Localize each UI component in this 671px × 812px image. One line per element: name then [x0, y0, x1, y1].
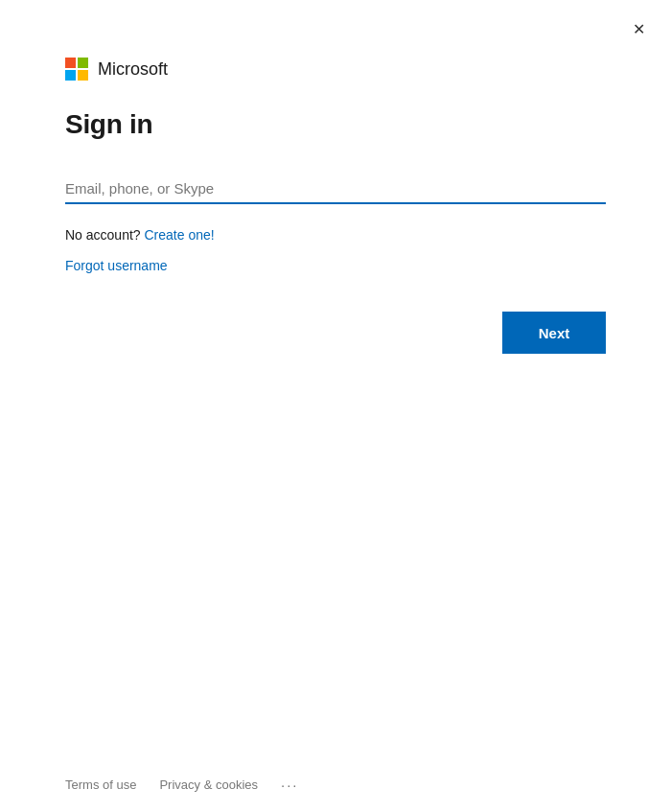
logo-red-sq	[65, 58, 76, 68]
next-button[interactable]: Next	[502, 312, 606, 354]
terms-link[interactable]: Terms of use	[65, 777, 136, 792]
brand-name: Microsoft	[98, 59, 168, 80]
privacy-link[interactable]: Privacy & cookies	[159, 777, 258, 792]
logo-green-sq	[78, 58, 88, 68]
microsoft-logo	[65, 58, 88, 81]
logo-area: Microsoft	[65, 58, 606, 81]
signin-dialog: ✕ Microsoft Sign in No account? Create o…	[0, 0, 671, 812]
create-account-link[interactable]: Create one!	[145, 227, 215, 243]
more-options-button[interactable]: ···	[281, 777, 299, 793]
no-account-label: No account?	[65, 227, 141, 243]
footer: Terms of use Privacy & cookies ···	[0, 757, 671, 812]
no-account-text: No account? Create one!	[65, 227, 606, 243]
logo-yellow-sq	[78, 70, 88, 81]
close-icon: ✕	[633, 20, 645, 38]
actions-area: Next	[65, 312, 606, 354]
email-input[interactable]	[65, 174, 606, 204]
email-input-group	[65, 174, 606, 204]
forgot-username-link[interactable]: Forgot username	[65, 258, 606, 273]
main-content: Microsoft Sign in No account? Create one…	[0, 0, 671, 757]
close-button[interactable]: ✕	[625, 15, 652, 42]
logo-blue-sq	[65, 70, 76, 81]
page-title: Sign in	[65, 109, 606, 140]
